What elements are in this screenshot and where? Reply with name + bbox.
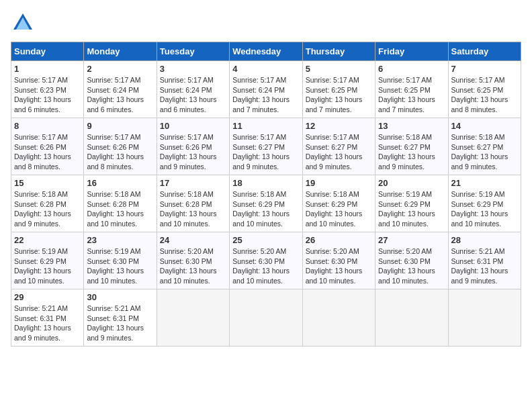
day-info: Sunrise: 5:18 AMSunset: 6:27 PMDaylight:… — [451, 132, 518, 172]
day-number: 1 — [14, 64, 81, 74]
day-info: Sunrise: 5:19 AMSunset: 6:29 PMDaylight:… — [378, 189, 445, 229]
day-info: Sunrise: 5:17 AMSunset: 6:25 PMDaylight:… — [378, 75, 445, 115]
calendar-cell: 28Sunrise: 5:21 AMSunset: 6:31 PMDayligh… — [448, 232, 521, 289]
logo — [11, 11, 39, 35]
logo-icon — [11, 11, 35, 35]
calendar-cell — [157, 289, 229, 347]
calendar-week-row: 15Sunrise: 5:18 AMSunset: 6:28 PMDayligh… — [11, 175, 521, 232]
calendar-cell: 24Sunrise: 5:20 AMSunset: 6:30 PMDayligh… — [157, 232, 229, 289]
day-info: Sunrise: 5:17 AMSunset: 6:25 PMDaylight:… — [306, 75, 372, 115]
day-number: 11 — [232, 121, 299, 131]
day-number: 7 — [451, 64, 518, 74]
day-info: Sunrise: 5:18 AMSunset: 6:28 PMDaylight:… — [87, 189, 153, 229]
calendar-cell: 13Sunrise: 5:18 AMSunset: 6:27 PMDayligh… — [375, 118, 448, 175]
calendar-cell: 11Sunrise: 5:17 AMSunset: 6:27 PMDayligh… — [230, 118, 302, 175]
day-info: Sunrise: 5:18 AMSunset: 6:28 PMDaylight:… — [160, 189, 226, 229]
day-info: Sunrise: 5:20 AMSunset: 6:30 PMDaylight:… — [160, 246, 226, 286]
calendar-cell: 12Sunrise: 5:17 AMSunset: 6:27 PMDayligh… — [302, 118, 375, 175]
day-number: 13 — [378, 121, 445, 131]
day-number: 14 — [451, 121, 518, 131]
day-number: 22 — [14, 235, 81, 245]
calendar-cell: 4Sunrise: 5:17 AMSunset: 6:24 PMDaylight… — [230, 61, 302, 118]
day-number: 28 — [451, 235, 518, 245]
header-saturday: Saturday — [448, 42, 521, 61]
day-info: Sunrise: 5:21 AMSunset: 6:31 PMDaylight:… — [14, 304, 81, 343]
calendar-cell: 17Sunrise: 5:18 AMSunset: 6:28 PMDayligh… — [157, 175, 229, 232]
calendar-cell: 26Sunrise: 5:20 AMSunset: 6:30 PMDayligh… — [302, 232, 375, 289]
day-number: 4 — [232, 64, 299, 74]
calendar-cell: 30Sunrise: 5:21 AMSunset: 6:31 PMDayligh… — [84, 289, 157, 347]
day-info: Sunrise: 5:17 AMSunset: 6:26 PMDaylight:… — [14, 132, 81, 172]
header-thursday: Thursday — [302, 42, 375, 61]
calendar-week-row: 22Sunrise: 5:19 AMSunset: 6:29 PMDayligh… — [11, 232, 521, 289]
calendar-cell: 21Sunrise: 5:19 AMSunset: 6:29 PMDayligh… — [448, 175, 521, 232]
calendar-cell — [448, 289, 521, 347]
day-number: 9 — [87, 121, 153, 131]
day-info: Sunrise: 5:18 AMSunset: 6:29 PMDaylight:… — [306, 189, 372, 229]
day-number: 12 — [306, 121, 372, 131]
day-number: 25 — [232, 235, 299, 245]
day-info: Sunrise: 5:21 AMSunset: 6:31 PMDaylight:… — [87, 304, 153, 343]
calendar-cell — [375, 289, 448, 347]
day-info: Sunrise: 5:20 AMSunset: 6:30 PMDaylight:… — [306, 246, 372, 286]
day-info: Sunrise: 5:17 AMSunset: 6:25 PMDaylight:… — [451, 75, 518, 115]
day-number: 29 — [14, 292, 81, 302]
day-info: Sunrise: 5:20 AMSunset: 6:30 PMDaylight:… — [378, 246, 445, 286]
day-info: Sunrise: 5:18 AMSunset: 6:27 PMDaylight:… — [378, 132, 445, 172]
header-tuesday: Tuesday — [157, 42, 229, 61]
day-number: 17 — [160, 178, 226, 188]
calendar-cell: 25Sunrise: 5:20 AMSunset: 6:30 PMDayligh… — [230, 232, 302, 289]
calendar-cell: 14Sunrise: 5:18 AMSunset: 6:27 PMDayligh… — [448, 118, 521, 175]
day-info: Sunrise: 5:19 AMSunset: 6:29 PMDaylight:… — [14, 246, 81, 286]
day-info: Sunrise: 5:17 AMSunset: 6:27 PMDaylight:… — [306, 132, 372, 172]
calendar-table: SundayMondayTuesdayWednesdayThursdayFrid… — [11, 42, 521, 347]
calendar-cell: 19Sunrise: 5:18 AMSunset: 6:29 PMDayligh… — [302, 175, 375, 232]
day-info: Sunrise: 5:19 AMSunset: 6:30 PMDaylight:… — [87, 246, 153, 286]
day-number: 21 — [451, 178, 518, 188]
day-info: Sunrise: 5:21 AMSunset: 6:31 PMDaylight:… — [451, 246, 518, 286]
day-info: Sunrise: 5:19 AMSunset: 6:29 PMDaylight:… — [451, 189, 518, 229]
day-number: 6 — [378, 64, 445, 74]
calendar-cell: 7Sunrise: 5:17 AMSunset: 6:25 PMDaylight… — [448, 61, 521, 118]
day-number: 30 — [87, 292, 153, 302]
day-number: 19 — [306, 178, 372, 188]
calendar-cell — [302, 289, 375, 347]
day-number: 10 — [160, 121, 226, 131]
calendar-cell: 29Sunrise: 5:21 AMSunset: 6:31 PMDayligh… — [11, 289, 84, 347]
calendar-cell: 10Sunrise: 5:17 AMSunset: 6:26 PMDayligh… — [157, 118, 229, 175]
calendar-cell: 1Sunrise: 5:17 AMSunset: 6:23 PMDaylight… — [11, 61, 84, 118]
day-info: Sunrise: 5:20 AMSunset: 6:30 PMDaylight:… — [232, 246, 299, 286]
calendar-week-row: 29Sunrise: 5:21 AMSunset: 6:31 PMDayligh… — [11, 289, 521, 347]
calendar-cell: 22Sunrise: 5:19 AMSunset: 6:29 PMDayligh… — [11, 232, 84, 289]
calendar-cell: 6Sunrise: 5:17 AMSunset: 6:25 PMDaylight… — [375, 61, 448, 118]
day-number: 24 — [160, 235, 226, 245]
calendar-cell: 16Sunrise: 5:18 AMSunset: 6:28 PMDayligh… — [84, 175, 157, 232]
calendar-cell: 23Sunrise: 5:19 AMSunset: 6:30 PMDayligh… — [84, 232, 157, 289]
calendar-header-row: SundayMondayTuesdayWednesdayThursdayFrid… — [11, 42, 521, 61]
day-info: Sunrise: 5:18 AMSunset: 6:29 PMDaylight:… — [232, 189, 299, 229]
day-info: Sunrise: 5:17 AMSunset: 6:24 PMDaylight:… — [160, 75, 226, 115]
day-info: Sunrise: 5:17 AMSunset: 6:24 PMDaylight:… — [232, 75, 299, 115]
calendar-week-row: 8Sunrise: 5:17 AMSunset: 6:26 PMDaylight… — [11, 118, 521, 175]
day-number: 27 — [378, 235, 445, 245]
day-info: Sunrise: 5:17 AMSunset: 6:23 PMDaylight:… — [14, 75, 81, 115]
day-number: 2 — [87, 64, 153, 74]
day-info: Sunrise: 5:17 AMSunset: 6:24 PMDaylight:… — [87, 75, 153, 115]
day-number: 15 — [14, 178, 81, 188]
day-number: 8 — [14, 121, 81, 131]
day-number: 26 — [306, 235, 372, 245]
calendar-cell — [230, 289, 302, 347]
header-wednesday: Wednesday — [230, 42, 302, 61]
header-monday: Monday — [84, 42, 157, 61]
day-info: Sunrise: 5:17 AMSunset: 6:26 PMDaylight:… — [87, 132, 153, 172]
calendar-cell: 3Sunrise: 5:17 AMSunset: 6:24 PMDaylight… — [157, 61, 229, 118]
day-number: 18 — [232, 178, 299, 188]
calendar-cell: 15Sunrise: 5:18 AMSunset: 6:28 PMDayligh… — [11, 175, 84, 232]
day-number: 3 — [160, 64, 226, 74]
calendar-cell: 20Sunrise: 5:19 AMSunset: 6:29 PMDayligh… — [375, 175, 448, 232]
calendar-cell: 5Sunrise: 5:17 AMSunset: 6:25 PMDaylight… — [302, 61, 375, 118]
calendar-cell: 8Sunrise: 5:17 AMSunset: 6:26 PMDaylight… — [11, 118, 84, 175]
page-header — [11, 11, 521, 35]
day-info: Sunrise: 5:18 AMSunset: 6:28 PMDaylight:… — [14, 189, 81, 229]
day-number: 20 — [378, 178, 445, 188]
